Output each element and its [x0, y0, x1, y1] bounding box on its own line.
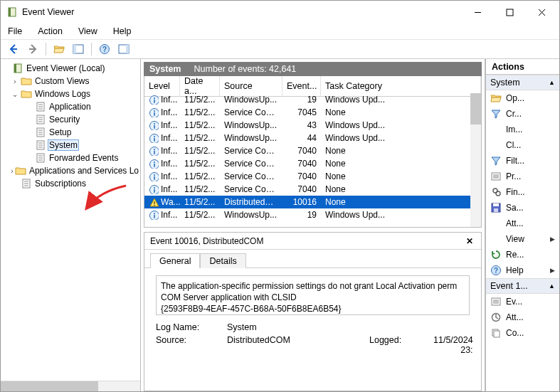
- table-row[interactable]: Inf...11/5/2...WindowsUp...19Windows Upd…: [144, 208, 481, 221]
- blank-icon: [490, 218, 502, 229]
- action-item[interactable]: Op...: [486, 90, 559, 106]
- action-item[interactable]: Im...: [486, 122, 559, 137]
- action-label: Help: [506, 265, 524, 275]
- tree-node[interactable]: ›Applications and Services Lo: [1, 164, 140, 177]
- properties-icon: [490, 296, 502, 307]
- vertical-scrollbar[interactable]: [470, 93, 481, 227]
- cell-source: Service Cont...: [220, 107, 282, 117]
- log-icon: [35, 152, 46, 164]
- back-button[interactable]: [5, 41, 22, 57]
- minimize-button[interactable]: [462, 1, 494, 23]
- horizontal-scrollbar[interactable]: [1, 381, 140, 391]
- action-item[interactable]: Co...: [486, 325, 559, 341]
- tree-node[interactable]: ⌄Windows Logs: [1, 88, 140, 100]
- info-icon: [149, 210, 159, 220]
- action-item[interactable]: Att...: [486, 216, 559, 231]
- table-row[interactable]: Inf...11/5/2...Service Cont...7040None: [144, 144, 481, 157]
- cell-eventid: 7040: [282, 146, 321, 156]
- menu-view[interactable]: View: [75, 26, 100, 37]
- collapse-icon[interactable]: ▲: [549, 282, 555, 290]
- action-label: Filt...: [506, 156, 524, 166]
- cell-eventid: 10016: [282, 197, 321, 207]
- action-item[interactable]: Cl...: [486, 137, 559, 153]
- event-message[interactable]: The application-specific permission sett…: [156, 275, 470, 315]
- tree-node[interactable]: Forwarded Events: [1, 152, 140, 164]
- tree-node[interactable]: Security: [1, 113, 140, 126]
- folder-icon: [15, 165, 26, 176]
- tab-general[interactable]: General: [150, 253, 200, 268]
- tree-node[interactable]: Setup: [1, 126, 140, 139]
- app-icon: [6, 6, 18, 18]
- close-button[interactable]: [526, 1, 558, 23]
- col-date[interactable]: Date a...: [180, 76, 220, 97]
- table-header[interactable]: Level Date a... Source Event... Task Cat…: [144, 76, 481, 93]
- cell-category: None: [321, 146, 481, 156]
- table-row[interactable]: Inf...11/5/2...WindowsUp...19Windows Upd…: [144, 93, 481, 106]
- tree-node[interactable]: Subscriptions: [1, 177, 140, 190]
- action-item[interactable]: Sa...: [486, 200, 559, 216]
- table-row[interactable]: Inf...11/5/2...WindowsUp...43Windows Upd…: [144, 119, 481, 132]
- action-item[interactable]: Help▶: [486, 263, 559, 278]
- cell-eventid: 7040: [282, 159, 321, 169]
- table-row[interactable]: Inf...11/5/2...Service Cont...7045None: [144, 106, 481, 119]
- blank-icon: [490, 233, 502, 245]
- cell-category: None: [321, 107, 481, 117]
- action-label: Fin...: [506, 187, 525, 197]
- action-item[interactable]: Fin...: [486, 184, 559, 200]
- menubar: File Action View Help: [1, 23, 559, 39]
- table-row[interactable]: Inf...11/5/2...Service Cont...7040None: [144, 157, 481, 170]
- blank-icon: [490, 139, 502, 151]
- cell-level: Inf...: [161, 210, 177, 220]
- col-category[interactable]: Task Category: [321, 76, 481, 97]
- action-label: Cr...: [506, 109, 522, 119]
- col-source[interactable]: Source: [220, 76, 282, 97]
- expander-icon[interactable]: ⌄: [11, 90, 19, 98]
- help-button[interactable]: [96, 41, 113, 57]
- navigation-tree[interactable]: Event Viewer (Local) ›Custom Views⌄Windo…: [1, 59, 141, 391]
- info-icon: [149, 146, 159, 156]
- table-row[interactable]: Inf...11/5/2...WindowsUp...44Windows Upd…: [144, 132, 481, 144]
- log-icon: [35, 127, 46, 138]
- expander-icon[interactable]: ›: [11, 167, 14, 175]
- action-item[interactable]: Filt...: [486, 153, 559, 169]
- layout-button-2[interactable]: [115, 41, 132, 57]
- table-row[interactable]: Inf...11/5/2...Service Cont...7040None: [144, 170, 481, 183]
- menu-action[interactable]: Action: [35, 26, 65, 37]
- action-item[interactable]: Cr...: [486, 106, 559, 122]
- table-row[interactable]: Wa...11/5/2...DistributedC...10016None: [144, 196, 481, 208]
- action-item[interactable]: Att...: [486, 309, 559, 325]
- collapse-icon[interactable]: ▲: [549, 79, 555, 86]
- properties-icon: [490, 171, 502, 182]
- maximize-button[interactable]: [494, 1, 526, 23]
- menu-help[interactable]: Help: [110, 26, 134, 37]
- tree-node[interactable]: ›Custom Views: [1, 75, 140, 88]
- table-row[interactable]: Inf...11/5/2...Service Cont...7040None: [144, 183, 481, 196]
- logname-label: Log Name:: [156, 322, 227, 332]
- close-icon[interactable]: ✕: [464, 235, 475, 247]
- menu-file[interactable]: File: [5, 26, 25, 37]
- actions-section-system[interactable]: System▲: [486, 75, 559, 90]
- cell-date: 11/5/2...: [180, 197, 220, 207]
- layout-button-1[interactable]: [70, 41, 87, 57]
- find-icon: [490, 186, 502, 198]
- tree-node[interactable]: System: [1, 139, 140, 152]
- event-table[interactable]: Level Date a... Source Event... Task Cat…: [144, 76, 482, 228]
- action-item[interactable]: View▶: [486, 231, 559, 247]
- expander-icon[interactable]: ›: [11, 78, 19, 85]
- col-level[interactable]: Level: [144, 76, 180, 97]
- toolbar: [1, 39, 559, 59]
- forward-button[interactable]: [24, 41, 41, 57]
- action-item[interactable]: Re...: [486, 247, 559, 263]
- cell-eventid: 7045: [282, 107, 321, 117]
- action-item[interactable]: Ev...: [486, 294, 559, 309]
- actions-section-event[interactable]: Event 1...▲: [486, 278, 559, 294]
- action-item[interactable]: Pr...: [486, 169, 559, 184]
- cell-category: Windows Upd...: [321, 95, 481, 105]
- col-eventid[interactable]: Event...: [282, 76, 321, 97]
- info-icon: [149, 120, 159, 130]
- tab-details[interactable]: Details: [200, 253, 245, 268]
- action-label: Ev...: [506, 297, 522, 307]
- show-tree-button[interactable]: [51, 41, 68, 57]
- tree-node[interactable]: Application: [1, 100, 140, 113]
- tree-root[interactable]: Event Viewer (Local): [1, 62, 140, 75]
